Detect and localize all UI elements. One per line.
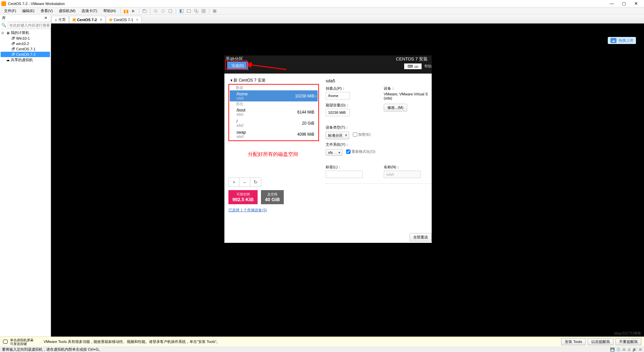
unity-icon[interactable] bbox=[193, 8, 200, 14]
menu-file[interactable]: 文件(F) bbox=[1, 8, 19, 14]
tree-item-win10-2[interactable]: 🗗win10-2 bbox=[1, 41, 50, 46]
keyboard-icon: ⌨ bbox=[408, 64, 413, 69]
device-icon[interactable]: 💿 bbox=[616, 347, 621, 352]
revert-icon[interactable] bbox=[160, 8, 166, 14]
help-link[interactable]: 帮助 bbox=[424, 64, 432, 69]
partition-home[interactable]: /homesda5 10238 MiB › bbox=[230, 90, 318, 101]
tab-close-icon[interactable]: ✕ bbox=[98, 18, 102, 21]
annotation-text: 分配好所有的磁盘空间 bbox=[248, 151, 298, 158]
fullscreen-icon[interactable] bbox=[185, 8, 192, 14]
annotation-arrow bbox=[248, 62, 288, 73]
pause-icon[interactable]: ▮▮ bbox=[123, 8, 129, 14]
install-tools-button[interactable]: 安装 Tools bbox=[561, 338, 586, 345]
remind-later-button[interactable]: 以后提醒我 bbox=[588, 338, 613, 345]
device-label: 设备： bbox=[384, 86, 432, 91]
vm-icon: 🗗 bbox=[11, 52, 15, 57]
menu-help[interactable]: 帮助(H) bbox=[101, 8, 118, 14]
minimize-button[interactable]: — bbox=[608, 1, 616, 6]
vmtools-message: VMware Tools 具有很多功能，能改善鼠标移动性、视频和性能。请登录客户… bbox=[44, 339, 220, 344]
partition-boot[interactable]: /bootsda1 6144 MiB bbox=[230, 106, 318, 118]
tree-item-centos7-2[interactable]: 🗗CentOS 7-2 bbox=[1, 52, 50, 57]
library-sidebar: 库 ✕ 🔍 ▾ ⊟ 🖥 我的计算机 🗗Win10-1 🗗win10-2 🗗Cen… bbox=[0, 15, 51, 337]
vm-icon: 🗗 bbox=[11, 41, 15, 46]
partition-swap[interactable]: swapsda3 4096 MiB bbox=[230, 129, 318, 140]
vm-icon: 🗗 bbox=[11, 36, 15, 41]
language-indicator[interactable]: ⌨cn bbox=[404, 63, 422, 69]
view-all-icon[interactable] bbox=[200, 8, 207, 14]
click-hint: 单击虚拟机屏幕可发送按键 bbox=[10, 338, 34, 346]
storage-devices-link[interactable]: 已选择 1 个存储设备(S) bbox=[228, 208, 267, 213]
centos-installer: 手动分区 完成(D) CENTOS 7 安装 ⌨cn 帮助 bbox=[224, 55, 432, 243]
partition-group-title[interactable]: ▾ 新 CentOS 7 安装 bbox=[228, 76, 319, 84]
details-heading: sda5 bbox=[326, 78, 432, 83]
upload-badge[interactable]: ☁ 拖拽上传 bbox=[608, 37, 636, 44]
snapshot-manager-icon[interactable] bbox=[152, 8, 159, 14]
manage-icon[interactable] bbox=[167, 8, 174, 14]
vmtools-notification: 🖵 单击虚拟机屏幕可发送按键 VMware Tools 具有很多功能，能改善鼠标… bbox=[0, 337, 644, 347]
tab-strip: ⌂ 主页 ▣ CentOS 7-2 ✕ ▣ CentOS 7-1 ✕ bbox=[51, 15, 644, 24]
menu-edit[interactable]: 编辑(E) bbox=[19, 8, 37, 14]
vm-icon: ▣ bbox=[109, 17, 112, 22]
refresh-partition-button[interactable]: ↻ bbox=[250, 178, 261, 186]
svg-rect-9 bbox=[196, 11, 198, 13]
device-type-select[interactable]: 标准分区 bbox=[326, 132, 349, 139]
search-input[interactable] bbox=[8, 22, 57, 28]
vm-icon: ▣ bbox=[72, 17, 76, 22]
cloud-icon: ☁ bbox=[610, 38, 616, 43]
status-text: 要将输入定向到该虚拟机，请在虚拟机内部单击或按 Ctrl+G。 bbox=[2, 347, 102, 352]
device-icon[interactable]: 🔊 bbox=[632, 347, 637, 352]
svg-rect-15 bbox=[214, 10, 216, 12]
menu-vm[interactable]: 虚拟机(M) bbox=[56, 8, 78, 14]
capacity-label: 期望容量(D)： bbox=[326, 103, 374, 108]
svg-rect-8 bbox=[195, 9, 197, 11]
hint-icon: 🖵 bbox=[3, 339, 8, 345]
partition-toolbar: + – ↻ bbox=[228, 177, 261, 187]
remove-partition-button[interactable]: – bbox=[239, 178, 250, 186]
tab-home[interactable]: ⌂ 主页 bbox=[52, 16, 69, 23]
tag-input[interactable] bbox=[326, 171, 363, 178]
filesystem-select[interactable]: xfs bbox=[326, 149, 342, 156]
encrypt-checkbox[interactable]: 加密(E) bbox=[353, 132, 371, 137]
stretch-icon[interactable] bbox=[211, 8, 218, 14]
snapshot-icon[interactable] bbox=[141, 8, 148, 14]
tab-centos7-2[interactable]: ▣ CentOS 7-2 ✕ bbox=[69, 16, 105, 23]
reset-all-button[interactable]: 全部重设 bbox=[410, 233, 432, 241]
add-partition-button[interactable]: + bbox=[229, 178, 239, 186]
svg-rect-11 bbox=[204, 9, 205, 10]
home-icon: ⌂ bbox=[55, 18, 57, 22]
vm-console[interactable]: ☁ 拖拽上传 手动分区 完成(D) CENTOS 7 安装 ⌨cn bbox=[51, 24, 644, 337]
chevron-right-icon: › bbox=[315, 94, 316, 98]
sidebar-close-icon[interactable]: ✕ bbox=[43, 16, 49, 20]
mount-point-input[interactable] bbox=[326, 92, 350, 99]
tab-close-icon[interactable]: ✕ bbox=[135, 18, 139, 21]
tree-shared-vms[interactable]: ☁ 共享的虚拟机 bbox=[1, 57, 50, 63]
maximize-button[interactable]: ▢ bbox=[620, 1, 628, 6]
capacity-input[interactable] bbox=[326, 109, 350, 116]
computer-icon: 🖥 bbox=[5, 31, 10, 35]
tab-centos7-1[interactable]: ▣ CentOS 7-1 ✕ bbox=[106, 16, 142, 23]
tree-item-win10-1[interactable]: 🗗Win10-1 bbox=[1, 36, 50, 41]
never-remind-button[interactable]: 不要提醒我 bbox=[615, 338, 641, 345]
free-space-card: 可用空间 992.5 KiB bbox=[228, 190, 258, 204]
installer-title: CENTOS 7 安装 bbox=[396, 56, 432, 62]
app-icon bbox=[1, 1, 6, 6]
menu-tabs[interactable]: 选项卡(T) bbox=[79, 8, 100, 14]
menu-view[interactable]: 查看(V) bbox=[38, 8, 56, 14]
reformat-checkbox[interactable]: 重新格式化(O) bbox=[346, 149, 375, 154]
status-bar: 要将输入定向到该虚拟机，请在虚拟机内部单击或按 Ctrl+G。 💾 💿 🖧 🖨 … bbox=[0, 347, 644, 352]
status-icons: 💾 💿 🖧 🖨 🔊 🖥 bbox=[610, 347, 642, 352]
device-icon[interactable]: 💾 bbox=[610, 347, 615, 352]
modify-button[interactable]: 修改...(M) bbox=[384, 104, 407, 112]
partition-root[interactable]: /sda2 20 GiB bbox=[230, 118, 318, 129]
device-icon[interactable]: 🖧 bbox=[622, 347, 626, 352]
play-dropdown-icon[interactable] bbox=[130, 8, 137, 14]
watermark: blog.51CTO博客 bbox=[614, 331, 641, 336]
name-input[interactable] bbox=[384, 171, 421, 178]
tree-root-my-computer[interactable]: ⊟ 🖥 我的计算机 bbox=[1, 30, 50, 36]
tree-item-centos7-1[interactable]: 🗗CentOS 7-1 bbox=[1, 46, 50, 52]
fit-window-icon[interactable] bbox=[178, 8, 185, 14]
window-title: CentOS 7-2 - VMware Workstation bbox=[8, 2, 608, 6]
close-button[interactable]: ✕ bbox=[632, 1, 640, 6]
device-icon[interactable]: 🖨 bbox=[627, 347, 631, 352]
device-icon[interactable]: 🖥 bbox=[638, 347, 642, 352]
